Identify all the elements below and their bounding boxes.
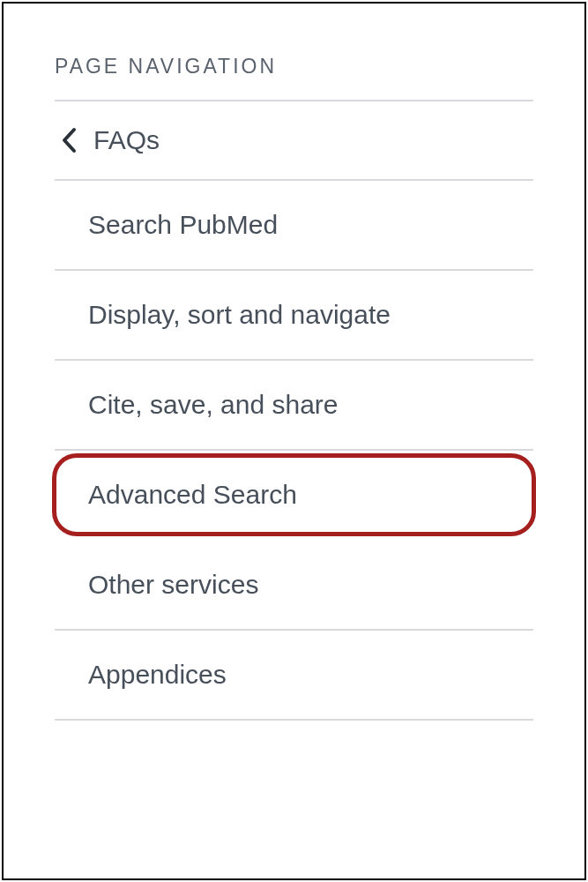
chevron-left-icon xyxy=(55,125,85,155)
page-navigation-panel: PAGE NAVIGATION FAQs Search PubMed Displ… xyxy=(2,2,586,880)
nav-list: FAQs Search PubMed Display, sort and nav… xyxy=(55,100,533,721)
nav-item-label: Display, sort and navigate xyxy=(88,300,391,330)
nav-item-advanced-search[interactable]: Advanced Search xyxy=(55,451,533,541)
nav-item-other-services[interactable]: Other services xyxy=(55,541,533,631)
nav-parent-item[interactable]: FAQs xyxy=(55,101,533,181)
nav-item-label: Advanced Search xyxy=(88,480,297,510)
nav-item-cite-save-share[interactable]: Cite, save, and share xyxy=(55,361,533,451)
nav-item-label: Cite, save, and share xyxy=(88,390,339,420)
nav-item-label: Other services xyxy=(88,570,258,600)
nav-item-label: Search PubMed xyxy=(88,210,278,240)
nav-item-label: Appendices xyxy=(88,660,227,690)
nav-item-appendices[interactable]: Appendices xyxy=(55,631,533,721)
nav-parent-label: FAQs xyxy=(93,125,160,155)
nav-item-display-sort-navigate[interactable]: Display, sort and navigate xyxy=(55,271,533,361)
nav-item-search-pubmed[interactable]: Search PubMed xyxy=(55,181,533,271)
nav-heading: PAGE NAVIGATION xyxy=(55,55,533,78)
